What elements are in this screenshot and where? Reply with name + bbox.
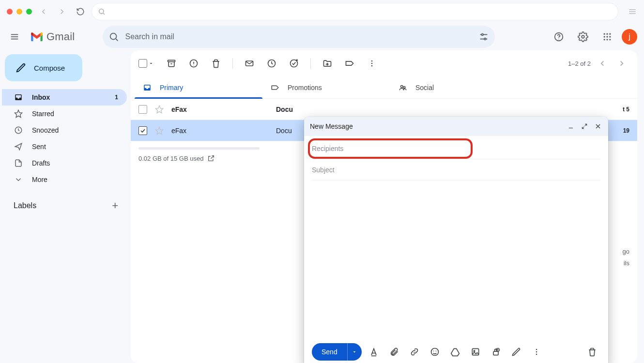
- close-window-icon[interactable]: [7, 9, 13, 15]
- message-sender: eFax: [171, 127, 268, 135]
- support-button[interactable]: [549, 27, 568, 46]
- nav-back-button[interactable]: [37, 5, 50, 18]
- close-icon[interactable]: [594, 122, 602, 131]
- confidential-icon[interactable]: [488, 344, 504, 360]
- star-icon[interactable]: [155, 126, 164, 135]
- more-actions-button[interactable]: [362, 54, 382, 73]
- labels-heading: Labels +: [2, 188, 127, 212]
- content-panel: 1–2 of 2 Primary Promotions Social: [131, 50, 637, 363]
- compose-body-editor[interactable]: [312, 181, 600, 326]
- older-button[interactable]: [595, 56, 610, 71]
- more-icon[interactable]: [528, 344, 545, 360]
- compose-window: New Message: [304, 117, 608, 363]
- minimize-icon[interactable]: [567, 122, 575, 131]
- move-to-button[interactable]: [318, 54, 337, 73]
- chevron-down-icon: [14, 175, 23, 184]
- recipients-input[interactable]: [312, 145, 469, 152]
- sidebar-item-label: Drafts: [32, 159, 50, 167]
- inbox-unread-count: 1: [115, 94, 118, 101]
- add-to-tasks-button[interactable]: [284, 54, 304, 73]
- formatting-icon[interactable]: [366, 344, 382, 360]
- svg-point-57: [474, 350, 475, 352]
- main-menu-button[interactable]: [5, 27, 24, 46]
- svg-point-13: [484, 38, 486, 40]
- reload-button[interactable]: [74, 5, 87, 18]
- attach-icon[interactable]: [386, 344, 402, 360]
- svg-point-52: [431, 348, 438, 356]
- svg-rect-56: [472, 348, 478, 355]
- tab-promotions[interactable]: Promotions: [262, 76, 390, 98]
- mark-unread-button[interactable]: [240, 54, 259, 73]
- tab-label: Primary: [160, 84, 183, 91]
- svg-marker-43: [156, 106, 163, 113]
- drive-icon[interactable]: [447, 344, 463, 360]
- sidebar-item-starred[interactable]: Starred: [2, 106, 127, 122]
- logo[interactable]: Gmail: [30, 30, 75, 43]
- send-options-icon[interactable]: [347, 343, 362, 361]
- svg-point-39: [371, 63, 373, 64]
- compose-header[interactable]: New Message: [304, 117, 608, 136]
- send-icon: [14, 142, 23, 151]
- message-sender: eFax: [171, 106, 268, 113]
- star-icon[interactable]: [155, 105, 164, 114]
- row-checkbox[interactable]: [138, 126, 147, 135]
- row-checkbox[interactable]: [138, 105, 147, 114]
- sidebar-item-drafts[interactable]: Drafts: [2, 155, 127, 171]
- compose-title: New Message: [310, 122, 353, 130]
- nav-forward-button[interactable]: [55, 5, 69, 18]
- compose-button[interactable]: Compose: [5, 54, 82, 81]
- app-header: Gmail j: [0, 23, 644, 50]
- svg-point-19: [609, 33, 611, 35]
- labels-button[interactable]: [340, 54, 359, 73]
- archive-button[interactable]: [162, 54, 181, 73]
- search-icon: [98, 8, 106, 15]
- add-label-button[interactable]: +: [112, 199, 118, 212]
- sidebar-item-label: Inbox: [32, 93, 50, 101]
- svg-line-46: [585, 124, 587, 126]
- recipients-field[interactable]: [312, 138, 600, 159]
- link-icon[interactable]: [406, 344, 423, 360]
- search-bar[interactable]: [103, 26, 495, 48]
- subject-input[interactable]: [312, 166, 600, 174]
- compose-toolbar: Send: [304, 338, 608, 363]
- signature-icon[interactable]: [508, 344, 524, 360]
- apps-button[interactable]: [598, 27, 617, 46]
- maximize-window-icon[interactable]: [26, 9, 32, 15]
- settings-button[interactable]: [573, 27, 593, 46]
- report-spam-button[interactable]: [184, 54, 203, 73]
- newer-button[interactable]: [614, 56, 629, 71]
- minimize-window-icon[interactable]: [16, 9, 22, 15]
- emoji-icon[interactable]: [427, 344, 443, 360]
- category-tabs: Primary Promotions Social: [131, 76, 637, 99]
- sidebar-item-sent[interactable]: Sent: [2, 138, 127, 155]
- pencil-icon: [15, 62, 26, 73]
- account-avatar[interactable]: j: [622, 29, 637, 45]
- subject-field[interactable]: [312, 159, 600, 181]
- activity-line: ils: [623, 257, 629, 269]
- search-icon[interactable]: [108, 31, 119, 42]
- external-link-icon[interactable]: [207, 154, 215, 162]
- search-options-icon[interactable]: [478, 31, 489, 42]
- svg-point-22: [609, 36, 611, 37]
- snooze-button[interactable]: [262, 54, 281, 73]
- fullscreen-icon[interactable]: [580, 122, 589, 131]
- divider: [310, 58, 311, 69]
- tab-primary[interactable]: Primary: [135, 76, 262, 98]
- sidebar-item-more[interactable]: More: [2, 171, 127, 188]
- discard-draft-icon[interactable]: [584, 344, 600, 360]
- send-button[interactable]: Send: [312, 343, 362, 361]
- svg-point-12: [482, 34, 484, 36]
- svg-marker-55: [451, 348, 459, 356]
- photo-icon[interactable]: [467, 344, 484, 360]
- sidebar-item-inbox[interactable]: Inbox 1: [2, 89, 127, 106]
- tab-social[interactable]: Social: [390, 76, 518, 98]
- browser-menu-icon[interactable]: [628, 7, 637, 16]
- delete-button[interactable]: [206, 54, 226, 73]
- address-bar[interactable]: [92, 3, 618, 20]
- sidebar-item-snoozed[interactable]: Snoozed: [2, 122, 127, 138]
- svg-point-25: [609, 39, 611, 40]
- svg-marker-44: [156, 127, 163, 134]
- search-input[interactable]: [125, 32, 473, 41]
- select-all-button[interactable]: [138, 59, 154, 68]
- svg-point-0: [99, 9, 104, 14]
